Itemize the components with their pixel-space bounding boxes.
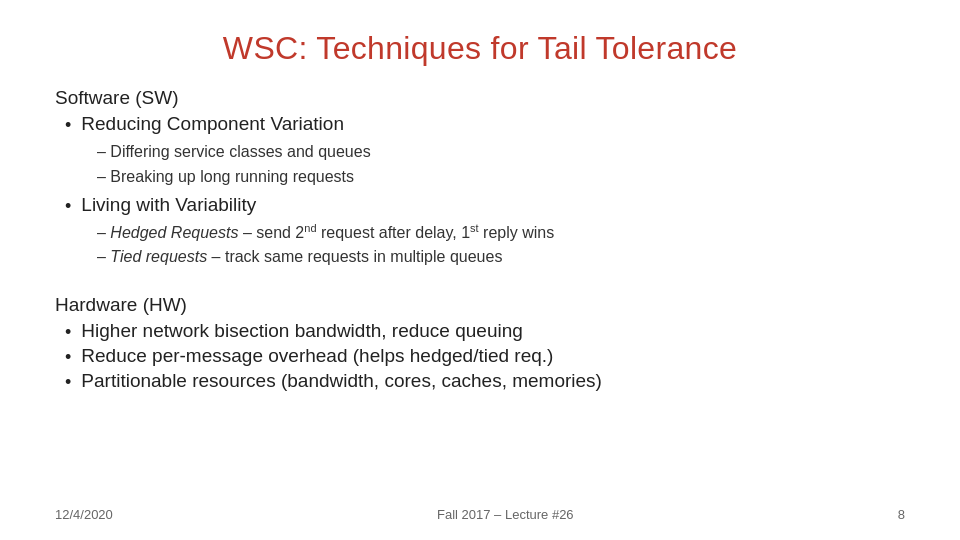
slide: WSC: Techniques for Tail Tolerance Softw… (0, 0, 960, 540)
sub-bullet-tied: Tied requests – track same requests in m… (97, 245, 905, 270)
footer: 12/4/2020 Fall 2017 – Lecture #26 8 (55, 507, 905, 522)
footer-course: Fall 2017 – Lecture #26 (437, 507, 574, 522)
bullet-dot-2: • (65, 196, 71, 217)
content-area: Software (SW) • Reducing Component Varia… (55, 85, 905, 510)
nd-superscript: nd (304, 221, 316, 233)
hedged-italic: Hedged Requests (110, 224, 238, 241)
bullet-dot-hw3: • (65, 372, 71, 393)
footer-date: 12/4/2020 (55, 507, 113, 522)
st-superscript: st (470, 221, 479, 233)
tied-italic: Tied requests (110, 248, 207, 265)
hardware-section: Hardware (HW) • Higher network bisection… (55, 292, 905, 395)
hardware-header: Hardware (HW) (55, 294, 905, 316)
bullet-living-text: Living with Variability (81, 194, 256, 216)
bullet-hw3-text: Partitionable resources (bandwidth, core… (81, 370, 602, 392)
living-sub-bullets: Hedged Requests – send 2nd request after… (97, 221, 905, 271)
bullet-dot-hw2: • (65, 347, 71, 368)
sub-bullet-differing: Differing service classes and queues (97, 140, 905, 165)
bullet-reducing-text: Reducing Component Variation (81, 113, 344, 135)
slide-title: WSC: Techniques for Tail Tolerance (55, 30, 905, 67)
bullet-hw2-text: Reduce per-message overhead (helps hedge… (81, 345, 553, 367)
sub-bullet-breaking: Breaking up long running requests (97, 165, 905, 190)
reducing-sub-bullets: Differing service classes and queues Bre… (97, 140, 905, 190)
bullet-reducing: • Reducing Component Variation (65, 113, 905, 136)
tied-rest: – track same requests in multiple queues (207, 248, 502, 265)
bullet-living: • Living with Variability (65, 194, 905, 217)
hedged-rest: – send 2nd request after delay, 1st repl… (238, 224, 554, 241)
bullet-dot-1: • (65, 115, 71, 136)
software-header: Software (SW) (55, 87, 905, 109)
footer-page: 8 (898, 507, 905, 522)
bullet-hw1-text: Higher network bisection bandwidth, redu… (81, 320, 523, 342)
sub-bullet-hedged: Hedged Requests – send 2nd request after… (97, 221, 905, 246)
bullet-hw-1: • Higher network bisection bandwidth, re… (65, 320, 905, 343)
bullet-dot-hw1: • (65, 322, 71, 343)
bullet-hw-2: • Reduce per-message overhead (helps hed… (65, 345, 905, 368)
bullet-hw-3: • Partitionable resources (bandwidth, co… (65, 370, 905, 393)
